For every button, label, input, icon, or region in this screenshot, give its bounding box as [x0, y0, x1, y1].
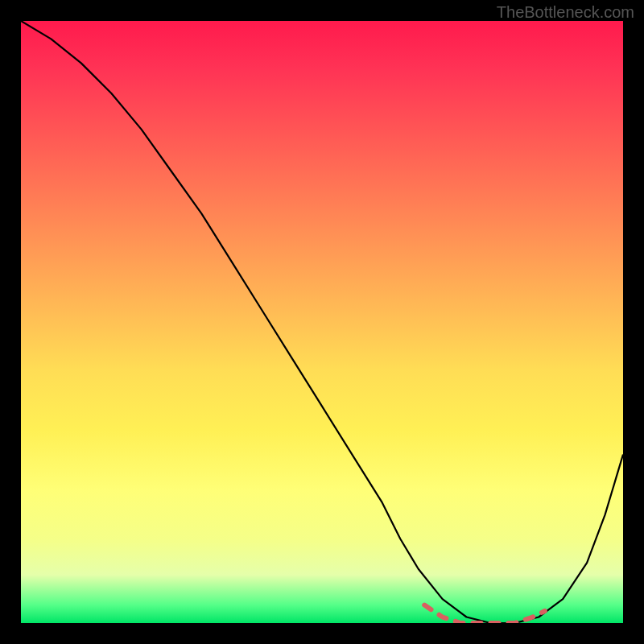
chart-svg — [21, 21, 623, 623]
watermark-text: TheBottleneck.com — [497, 3, 634, 22]
bottleneck-curve-line — [21, 21, 623, 623]
optimal-range-highlight — [424, 605, 545, 623]
chart-plot-area — [21, 21, 623, 623]
